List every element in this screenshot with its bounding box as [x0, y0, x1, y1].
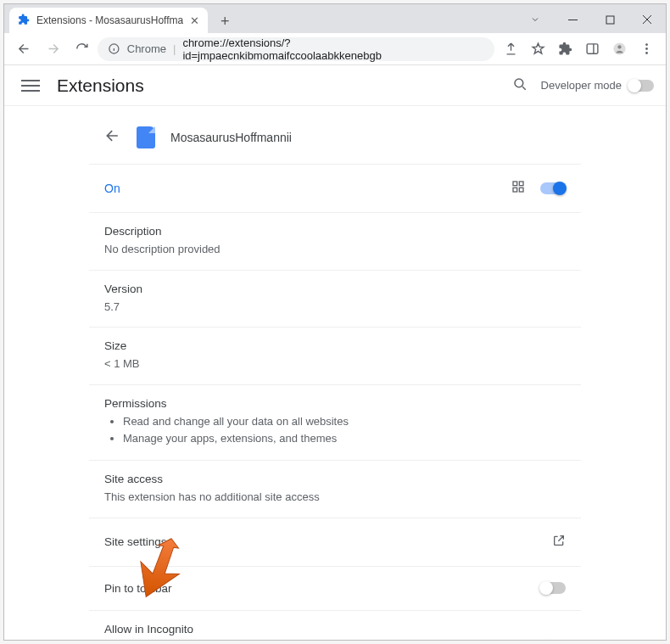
chevron-down-icon[interactable]	[516, 6, 554, 33]
close-window-button[interactable]	[628, 6, 666, 33]
sidepanel-icon[interactable]	[579, 36, 605, 62]
info-icon	[108, 42, 120, 55]
omnibox[interactable]: Chrome | chrome://extensions/?id=jmpaecn…	[98, 37, 494, 61]
description-label: Description	[104, 225, 566, 238]
svg-rect-10	[513, 182, 517, 186]
enabled-toggle[interactable]	[540, 182, 566, 194]
permissions-section: Permissions Read and change all your dat…	[89, 384, 581, 461]
incognito-warning: Warning: Google Chrome cannot prevent ex…	[104, 639, 528, 640]
minimize-button[interactable]	[554, 6, 591, 33]
menu-icon[interactable]	[634, 36, 659, 62]
permission-item: Read and change all your data on all web…	[123, 413, 566, 431]
browser-window: Extensions - MosasaurusHoffma ✕ + Chrome…	[3, 3, 667, 641]
pin-label: Pin to toolbar	[104, 582, 172, 595]
maximize-button[interactable]	[591, 6, 628, 33]
external-link-icon	[552, 534, 566, 551]
svg-point-5	[617, 45, 621, 48]
size-value: < 1 MB	[104, 356, 566, 372]
share-icon[interactable]	[498, 36, 523, 62]
hamburger-icon[interactable]	[21, 76, 40, 95]
pin-row: Pin to toolbar	[89, 566, 581, 610]
svg-rect-1	[606, 16, 614, 24]
extension-file-icon	[137, 126, 155, 148]
tab-title: Extensions - MosasaurusHoffma	[36, 14, 183, 26]
description-section: Description No description provided	[89, 212, 581, 270]
new-tab-button[interactable]: +	[213, 9, 237, 33]
permission-item: Manage your apps, extensions, and themes	[123, 430, 566, 448]
svg-rect-11	[519, 182, 523, 186]
description-value: No description provided	[104, 241, 566, 258]
site-grid-icon[interactable]	[511, 180, 525, 197]
svg-rect-12	[513, 188, 517, 192]
svg-rect-13	[519, 188, 523, 192]
browser-tab[interactable]: Extensions - MosasaurusHoffma ✕	[9, 8, 208, 33]
site-settings-label: Site settings	[104, 535, 167, 548]
permissions-label: Permissions	[104, 397, 566, 410]
enabled-row: On	[89, 164, 581, 212]
reload-button[interactable]	[69, 36, 94, 62]
svg-point-8	[645, 52, 648, 54]
extensions-toolbar: Extensions Developer mode	[4, 65, 666, 106]
size-section: Size < 1 MB	[89, 327, 581, 384]
incognito-section: Allow in Incognito Warning: Google Chrom…	[89, 610, 581, 640]
nav-back-button[interactable]	[11, 36, 36, 62]
version-label: Version	[104, 283, 566, 295]
enabled-label: On	[104, 182, 120, 195]
incognito-label: Allow in Incognito	[104, 623, 528, 636]
version-section: Version 5.7	[89, 270, 581, 328]
svg-point-7	[645, 48, 648, 50]
bookmark-icon[interactable]	[525, 36, 550, 62]
nav-forward-button[interactable]	[40, 36, 65, 62]
window-controls	[516, 6, 666, 33]
developer-mode-label: Developer mode	[541, 79, 622, 92]
site-access-section: Site access This extension has no additi…	[89, 460, 581, 518]
extensions-icon[interactable]	[552, 36, 578, 62]
profile-icon[interactable]	[606, 36, 632, 62]
tab-strip: Extensions - MosasaurusHoffma ✕ +	[4, 4, 666, 33]
extension-name: MosasaurusHoffmannii	[170, 131, 292, 144]
page-title: Extensions	[57, 76, 144, 96]
developer-mode-toggle[interactable]	[628, 80, 654, 92]
url-scheme-label: Chrome	[127, 42, 166, 55]
size-label: Size	[104, 339, 566, 352]
close-tab-icon[interactable]: ✕	[190, 14, 199, 27]
svg-point-6	[645, 43, 648, 46]
search-icon[interactable]	[512, 76, 528, 95]
site-settings-row[interactable]: Site settings	[89, 518, 581, 566]
page-content: MosasaurusHoffmannii On Description No d…	[4, 106, 666, 640]
back-arrow-icon[interactable]	[104, 127, 121, 148]
svg-rect-0	[568, 20, 578, 20]
url-divider: |	[173, 42, 176, 55]
address-bar: Chrome | chrome://extensions/?id=jmpaecn…	[4, 33, 666, 65]
pin-toggle[interactable]	[540, 582, 566, 594]
svg-point-9	[515, 79, 523, 87]
puzzle-icon	[18, 14, 30, 28]
version-value: 5.7	[104, 299, 566, 316]
site-access-value: This extension has no additional site ac…	[104, 489, 566, 506]
extension-detail-card: MosasaurusHoffmannii On Description No d…	[89, 118, 581, 640]
site-access-label: Site access	[104, 473, 566, 485]
svg-rect-3	[587, 44, 598, 53]
url-text: chrome://extensions/?id=jmpaecnkibmomaif…	[182, 36, 484, 62]
